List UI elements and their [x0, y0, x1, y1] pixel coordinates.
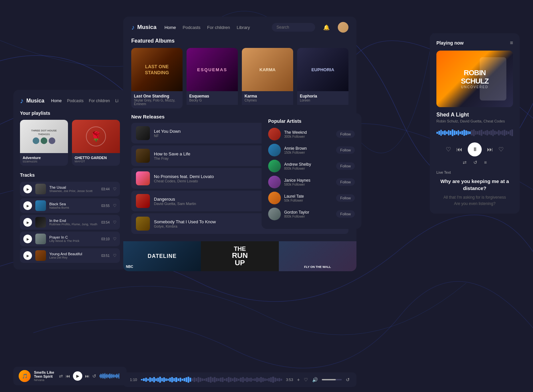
feat-overlay-3: Euphoria Loreen: [297, 91, 348, 105]
featured-title: Featured Albums: [131, 38, 348, 44]
left-nav-library[interactable]: Li: [115, 98, 118, 103]
next-btn-left[interactable]: ⏭: [85, 373, 90, 379]
shuffle-btn-left[interactable]: ⇄: [59, 373, 63, 379]
playlist-sub-adventure: Izzamuzzic: [23, 160, 65, 163]
player-list-icon[interactable]: ≡: [484, 160, 487, 165]
player-controls: ♡ ⏮ ⏸ ⏭ ♡: [436, 142, 513, 156]
feat-overlay-2: Karma Chymes: [242, 91, 293, 105]
player-waveform[interactable]: [436, 128, 513, 138]
pb-volume-icon[interactable]: 🔊: [312, 377, 318, 382]
feat-cover-2: [242, 48, 293, 91]
track-row-2[interactable]: ▶ In the End Ruttmee Profits, Flume, Jun…: [20, 215, 120, 230]
track-heart-0[interactable]: ♡: [113, 187, 117, 191]
track-row-0[interactable]: ▶ The Usual Shawnee, Joe Prior, Jesse Sc…: [20, 182, 120, 196]
notification-icon[interactable]: 🔔: [323, 24, 330, 31]
nav-library[interactable]: Library: [237, 25, 250, 30]
track-play-btn-4[interactable]: ▶: [23, 251, 32, 260]
podcast-card-flywall[interactable]: FLY ON THE WALL: [279, 241, 356, 271]
track-thumb-4: [35, 250, 46, 261]
track-row-4[interactable]: ▶ Young And Beautiful Lana Del Rey 03:51…: [20, 248, 120, 263]
track-row-1[interactable]: ▶ Black Sea Natasha Burns 03:55 ♡: [20, 198, 120, 213]
now-playing-album-art: ROBINSCHULZ UNCOVERED: [436, 51, 513, 107]
bottom-track-name: Smells Like Teen Spirit: [34, 370, 56, 378]
track-heart-1[interactable]: ♡: [113, 203, 117, 208]
podcast-label-dateline: NBC: [126, 265, 133, 269]
playlist-title-ghetto: GHETTO GARDEN: [75, 156, 117, 160]
left-nav-podcasts[interactable]: Podcasts: [67, 98, 83, 103]
feat-card-1[interactable]: Esquemas Becky G: [187, 48, 238, 108]
playback-controls: + ♡ 🔊 ↺: [297, 377, 350, 382]
playlist-card-adventure[interactable]: THREE DOT HOUSETHDH131 Adventure Izzamuz…: [20, 120, 68, 166]
lyrics-container: Why are you keeping me at a distance? Al…: [436, 178, 513, 207]
playback-waveform[interactable]: [141, 376, 282, 384]
nav-podcasts[interactable]: Podcasts: [183, 25, 200, 30]
follow-btn-4[interactable]: Follow: [336, 194, 355, 202]
nav-children[interactable]: For children: [207, 25, 230, 30]
follow-btn-3[interactable]: Follow: [336, 178, 355, 186]
pb-add-icon[interactable]: +: [297, 377, 300, 382]
nav-home[interactable]: Home: [165, 25, 176, 30]
playlist-info-adventure: Adventure Izzamuzzic: [20, 153, 68, 166]
player-add-icon[interactable]: ♡: [498, 146, 504, 153]
track-play-btn-1[interactable]: ▶: [23, 201, 32, 210]
feat-cover-0: [131, 48, 183, 91]
playback-current-time: 1:10: [130, 378, 137, 382]
volume-slider[interactable]: [322, 379, 342, 380]
pb-heart-icon[interactable]: ♡: [304, 377, 308, 382]
left-nav-children[interactable]: For children: [89, 98, 110, 103]
track-artist-3: Lilly Wood & The Prick: [49, 239, 98, 243]
track-heart-2[interactable]: ♡: [113, 220, 117, 225]
bottom-avatar: 🎵: [19, 370, 31, 382]
menu-dots-icon[interactable]: ≡: [510, 40, 513, 46]
track-play-btn-3[interactable]: ▶: [23, 235, 32, 243]
playlist-card-ghetto[interactable]: 🌹 GHETTO GARDEN MAYOT: [72, 120, 120, 166]
artist-avatar-2: [268, 160, 281, 172]
podcast-card-dateline[interactable]: DATELINE NBC: [123, 241, 201, 271]
user-avatar[interactable]: [338, 22, 348, 33]
feat-card-3[interactable]: Euphoria Loreen: [297, 48, 348, 108]
feat-card-2[interactable]: Karma Chymes: [242, 48, 293, 108]
player-loop-icon[interactable]: ↺: [473, 160, 477, 165]
artist-followers-1: 150k Follower: [284, 151, 333, 154]
follow-btn-1[interactable]: Follow: [336, 146, 355, 154]
podcast-card-runup[interactable]: THE RUN UP: [201, 241, 278, 271]
track-name-3: Prayer In C: [49, 235, 98, 239]
player-play-btn[interactable]: ⏸: [468, 142, 482, 156]
track-name-0: The Usual: [49, 185, 98, 189]
play-btn-left[interactable]: ▶: [73, 371, 82, 381]
repeat-btn-left[interactable]: ↺: [92, 373, 96, 379]
lyric-line-1: All that I'm asking for is forgiveness: [436, 194, 513, 201]
track-heart-3[interactable]: ♡: [113, 237, 117, 241]
follow-btn-2[interactable]: Follow: [336, 162, 355, 170]
track-heart-4[interactable]: ♡: [113, 253, 117, 258]
player-next-icon[interactable]: ⏭: [487, 146, 493, 153]
search-input[interactable]: [272, 23, 315, 32]
feat-cover-1: [187, 48, 238, 91]
artist-name-4: Laurel Tate: [284, 194, 333, 199]
player-prev-icon[interactable]: ⏮: [456, 146, 462, 153]
bottom-track-artist: Nirvana: [34, 378, 56, 382]
lyric-line-0: Why are you keeping me at a distance?: [436, 178, 513, 192]
left-nav-home[interactable]: Home: [51, 98, 62, 103]
pb-repeat-icon[interactable]: ↺: [346, 377, 350, 382]
playlists-title: Your playlists: [20, 110, 120, 116]
app-name-small: Musica: [26, 98, 44, 104]
track-row-3[interactable]: ▶ Prayer In C Lilly Wood & The Prick 03:…: [20, 232, 120, 246]
player-heart-icon[interactable]: ♡: [446, 146, 451, 153]
track-thumb-1: [35, 200, 46, 211]
artist-info-4: Laurel Tate 50k Follower: [284, 194, 333, 202]
track-play-btn-2[interactable]: ▶: [23, 218, 32, 227]
artist-row-5: Gordon Taylor 800k Follower Follow: [268, 208, 355, 220]
prev-btn-left[interactable]: ⏮: [66, 373, 70, 379]
left-panel: ♪ Musica Home Podcasts For children Li Y…: [13, 90, 127, 270]
playlist-info-ghetto: GHETTO GARDEN MAYOT: [72, 153, 120, 166]
feat-name-3: Euphoria: [300, 94, 346, 98]
feat-card-0[interactable]: Last One Standing Skylar Grey, Polo G, M…: [131, 48, 183, 108]
player-shuffle-icon[interactable]: ⇄: [463, 160, 467, 165]
follow-btn-5[interactable]: Follow: [336, 210, 355, 218]
track-artist-4: Lana Del Rey: [49, 256, 98, 259]
track-play-btn-0[interactable]: ▶: [23, 185, 32, 193]
follow-btn-0[interactable]: Follow: [336, 130, 355, 138]
release-thumb-1: [136, 149, 150, 163]
track-thumb-2: [35, 217, 46, 228]
